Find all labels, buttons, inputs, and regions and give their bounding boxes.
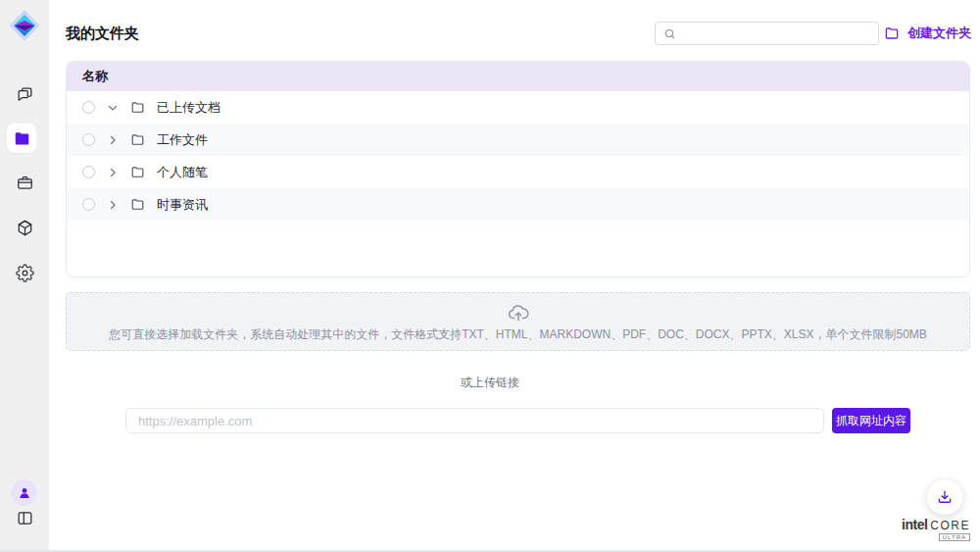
table-header-name: 名称 bbox=[67, 62, 969, 91]
user-avatar[interactable] bbox=[11, 479, 37, 506]
cloud-upload-icon bbox=[507, 301, 530, 325]
sidebar-item-settings[interactable] bbox=[0, 264, 49, 282]
cube-icon bbox=[16, 219, 34, 237]
folder-plus-icon bbox=[884, 25, 900, 41]
chevron-right-icon[interactable] bbox=[107, 167, 119, 178]
upload-hint-text: 您可直接选择加载文件夹，系统自动处理其中的文件，文件格式支持TXT、HTML、M… bbox=[109, 326, 927, 343]
folder-name: 时事资讯 bbox=[157, 196, 208, 214]
sidebar-item-models[interactable] bbox=[0, 219, 49, 237]
search-icon bbox=[663, 27, 676, 40]
table-row[interactable]: 时事资讯 bbox=[67, 188, 969, 221]
intel-brand-text: intel bbox=[902, 517, 927, 532]
briefcase-icon bbox=[16, 174, 34, 192]
sidebar-item-folders-active[interactable] bbox=[7, 124, 36, 153]
gear-icon bbox=[16, 264, 34, 282]
intel-core-logo: intel core ultra bbox=[902, 517, 970, 541]
folder-name: 工作文件 bbox=[157, 131, 208, 149]
table-rows: 已上传文档 工作文件 个人随笔 bbox=[67, 91, 969, 221]
sidebar-item-chat[interactable] bbox=[0, 85, 49, 104]
row-checkbox[interactable] bbox=[82, 133, 95, 146]
chat-bubbles-icon bbox=[16, 85, 34, 104]
search-box[interactable] bbox=[655, 22, 879, 45]
fetch-url-button[interactable]: 抓取网址内容 bbox=[832, 408, 910, 433]
table-row[interactable]: 工作文件 bbox=[67, 124, 969, 156]
folder-name: 个人随笔 bbox=[157, 164, 208, 181]
app-window: 我的文件夹 创建文件夹 名称 已上传文档 bbox=[0, 0, 980, 552]
folder-table: 名称 已上传文档 工作文件 bbox=[66, 61, 970, 277]
page-title: 我的文件夹 bbox=[66, 25, 139, 43]
app-logo bbox=[5, 6, 44, 45]
create-folder-label: 创建文件夹 bbox=[907, 25, 971, 42]
table-row[interactable]: 个人随笔 bbox=[67, 156, 969, 188]
sidebar-item-workspace[interactable] bbox=[0, 174, 49, 192]
download-icon bbox=[936, 488, 954, 506]
chevron-down-icon[interactable] bbox=[107, 102, 119, 114]
table-row[interactable]: 已上传文档 bbox=[67, 91, 969, 124]
folder-icon bbox=[13, 129, 31, 148]
or-upload-link-label: 或上传链接 bbox=[0, 375, 980, 391]
folder-icon bbox=[130, 165, 145, 179]
panel-layout-icon bbox=[16, 509, 34, 527]
download-fab[interactable] bbox=[927, 479, 962, 515]
chevron-right-icon[interactable] bbox=[107, 199, 119, 211]
row-checkbox[interactable] bbox=[82, 166, 95, 178]
search-input[interactable] bbox=[682, 23, 878, 44]
row-checkbox[interactable] bbox=[82, 198, 95, 211]
folder-icon bbox=[130, 197, 145, 212]
url-input[interactable] bbox=[125, 408, 824, 433]
diamond-logo-icon bbox=[5, 6, 44, 45]
folder-name: 已上传文档 bbox=[157, 99, 220, 117]
sidebar bbox=[0, 0, 49, 552]
collapse-panel-button[interactable] bbox=[0, 509, 49, 527]
upload-dropzone[interactable]: 您可直接选择加载文件夹，系统自动处理其中的文件，文件格式支持TXT、HTML、M… bbox=[66, 292, 970, 351]
folder-icon bbox=[130, 132, 145, 147]
row-checkbox[interactable] bbox=[82, 101, 95, 114]
intel-core-text: core bbox=[930, 519, 970, 532]
person-icon bbox=[17, 485, 32, 501]
chevron-right-icon[interactable] bbox=[107, 134, 119, 146]
folder-icon bbox=[130, 100, 145, 115]
create-folder-button[interactable]: 创建文件夹 bbox=[884, 25, 971, 42]
intel-ultra-badge: ultra bbox=[939, 533, 970, 541]
